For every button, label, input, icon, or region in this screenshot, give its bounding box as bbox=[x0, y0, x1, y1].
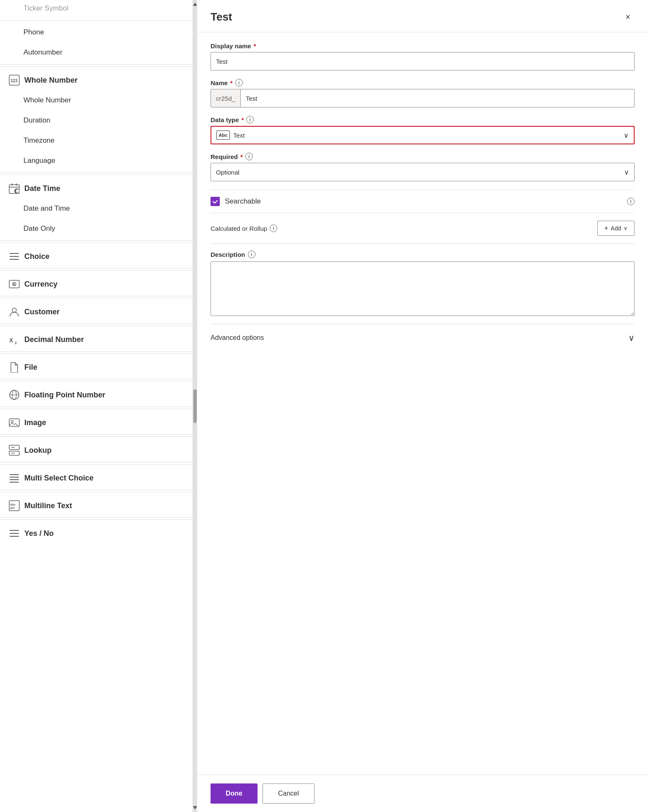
required-dropdown[interactable]: Optional ∨ bbox=[211, 163, 635, 181]
floating-point-header[interactable]: Floating Point Number bbox=[0, 381, 193, 405]
svg-point-21 bbox=[11, 420, 13, 423]
svg-text:2: 2 bbox=[15, 341, 17, 345]
data-type-dropdown-container: Abc Text ∨ bbox=[211, 126, 635, 144]
svg-text:🕒: 🕒 bbox=[16, 189, 20, 193]
form-body: Display name * Name * i cr25d_ Data type… bbox=[197, 32, 648, 775]
data-type-chevron: ∨ bbox=[624, 131, 629, 139]
choice-header[interactable]: Choice bbox=[0, 243, 193, 266]
advanced-chevron: ∨ bbox=[628, 333, 635, 343]
date-and-time-item[interactable]: Date and Time bbox=[0, 198, 193, 219]
searchable-info-icon[interactable]: i bbox=[627, 198, 635, 205]
svg-point-14 bbox=[12, 308, 16, 312]
advanced-options-label: Advanced options bbox=[211, 334, 264, 342]
data-type-info-icon[interactable]: i bbox=[246, 116, 254, 123]
image-header[interactable]: Image bbox=[0, 409, 193, 433]
multi-select-header[interactable]: Multi Select Choice bbox=[0, 464, 193, 488]
autonumber-item[interactable]: Autonumber bbox=[0, 42, 193, 63]
display-name-input[interactable] bbox=[211, 52, 635, 70]
required-star: * bbox=[254, 42, 256, 50]
right-panel: Test × Display name * Name * i cr25d_ bbox=[197, 0, 648, 812]
close-button[interactable]: × bbox=[621, 10, 635, 23]
list2-icon bbox=[8, 527, 20, 539]
done-button[interactable]: Done bbox=[211, 783, 258, 804]
multiline-text-header[interactable]: Abc def Multiline Text bbox=[0, 492, 193, 516]
name-required-star: * bbox=[230, 79, 233, 86]
lookup-icon bbox=[8, 444, 20, 456]
image-icon bbox=[8, 417, 20, 428]
calc-row: Calculated or Rollup i + Add ∨ bbox=[211, 213, 635, 244]
lookup-header[interactable]: Lookup bbox=[0, 436, 193, 460]
description-textarea[interactable] bbox=[211, 261, 635, 316]
searchable-row: Searchable i bbox=[211, 190, 635, 213]
required-required-star: * bbox=[240, 153, 243, 160]
form-header: Test × bbox=[197, 0, 648, 32]
calc-label: Calculated or Rollup i bbox=[211, 225, 277, 232]
required-chevron: ∨ bbox=[624, 168, 629, 176]
left-panel: Ticker Symbol Phone Autonumber 123 Whole… bbox=[0, 0, 193, 812]
abcdef-icon: Abc def bbox=[8, 500, 20, 512]
list-icon bbox=[8, 251, 20, 262]
required-group: Required * i Optional ∨ bbox=[211, 153, 635, 181]
phone-item[interactable]: Phone bbox=[0, 22, 193, 42]
svg-rect-20 bbox=[9, 419, 19, 426]
data-type-dropdown[interactable]: Abc Text ∨ bbox=[211, 126, 635, 144]
searchable-label: Searchable bbox=[225, 197, 622, 206]
required-info-icon[interactable]: i bbox=[245, 153, 253, 160]
text-type-icon: Abc bbox=[216, 131, 230, 140]
name-prefix: cr25d_ bbox=[211, 89, 241, 107]
decimal-number-header[interactable]: X 2 Decimal Number bbox=[0, 326, 193, 350]
name-group: Name * i cr25d_ bbox=[211, 79, 635, 107]
display-name-group: Display name * bbox=[211, 42, 635, 70]
description-info-icon[interactable]: i bbox=[248, 251, 255, 258]
searchable-checkbox[interactable] bbox=[211, 197, 220, 206]
123-icon: 123 bbox=[8, 74, 20, 86]
form-title: Test bbox=[211, 10, 232, 23]
customer-header[interactable]: Customer bbox=[0, 298, 193, 322]
multilist-icon bbox=[8, 472, 20, 484]
form-footer: Done Cancel bbox=[197, 775, 648, 812]
language-item[interactable]: Language bbox=[0, 151, 193, 171]
whole-number-item[interactable]: Whole Number bbox=[0, 90, 193, 110]
file-icon bbox=[8, 361, 20, 373]
x2-icon: X 2 bbox=[8, 334, 20, 345]
currency-icon: $ bbox=[8, 278, 20, 290]
globe-icon bbox=[8, 389, 20, 401]
svg-text:$: $ bbox=[13, 282, 15, 287]
yes-no-header[interactable]: Yes / No bbox=[0, 520, 193, 543]
name-input-group: cr25d_ bbox=[211, 89, 635, 107]
svg-text:X: X bbox=[9, 337, 13, 344]
currency-header[interactable]: $ Currency bbox=[0, 270, 193, 294]
description-label: Description i bbox=[211, 251, 635, 258]
svg-text:Abc: Abc bbox=[10, 503, 16, 506]
scroll-down-arrow[interactable] bbox=[193, 806, 197, 809]
panel-scrollbar[interactable] bbox=[193, 0, 197, 812]
add-button[interactable]: + Add ∨ bbox=[597, 221, 635, 236]
date-only-item[interactable]: Date Only bbox=[0, 219, 193, 239]
timezone-item[interactable]: Timezone bbox=[0, 131, 193, 151]
advanced-options-row[interactable]: Advanced options ∨ bbox=[211, 324, 635, 347]
name-input[interactable] bbox=[241, 89, 634, 107]
name-info-icon[interactable]: i bbox=[235, 79, 243, 86]
description-section: Description i bbox=[211, 251, 635, 317]
duration-item[interactable]: Duration bbox=[0, 110, 193, 131]
data-type-group: Data type * i Abc Text ∨ bbox=[211, 116, 635, 144]
calendar-icon: 🕒 bbox=[8, 183, 20, 194]
scroll-thumb[interactable] bbox=[193, 389, 197, 423]
svg-text:def: def bbox=[10, 507, 15, 509]
data-type-label: Data type * i bbox=[211, 116, 635, 123]
name-label: Name * i bbox=[211, 79, 635, 86]
scroll-up-arrow[interactable] bbox=[193, 3, 197, 6]
required-label: Required * i bbox=[211, 153, 635, 160]
person-icon bbox=[8, 306, 20, 318]
add-arrow-icon: ∨ bbox=[624, 225, 627, 231]
svg-text:123: 123 bbox=[10, 78, 18, 83]
ticker-symbol-item[interactable]: Ticker Symbol bbox=[0, 0, 193, 18]
cancel-button[interactable]: Cancel bbox=[263, 783, 315, 804]
whole-number-header[interactable]: 123 Whole Number bbox=[0, 66, 193, 90]
file-header[interactable]: File bbox=[0, 353, 193, 377]
data-type-required-star: * bbox=[242, 116, 244, 123]
calc-info-icon[interactable]: i bbox=[270, 225, 277, 232]
display-name-label: Display name * bbox=[211, 42, 635, 50]
date-time-header[interactable]: 🕒 Date Time bbox=[0, 175, 193, 198]
add-plus-icon: + bbox=[604, 225, 608, 232]
